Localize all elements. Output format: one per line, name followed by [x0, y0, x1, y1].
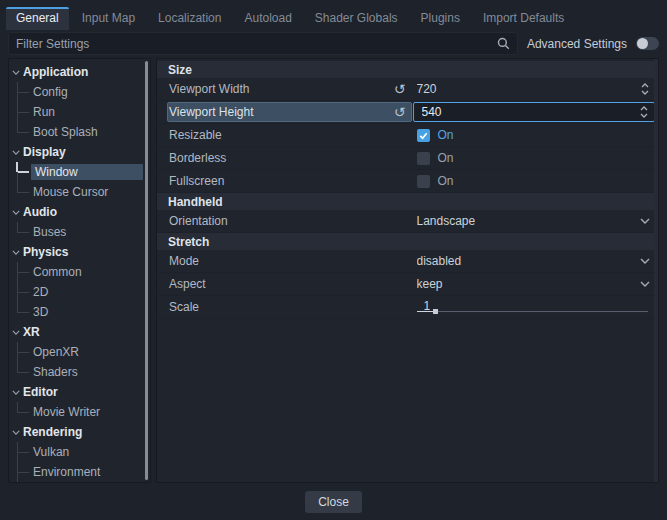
property-label-text: Viewport Width [169, 82, 249, 96]
tab-input-map[interactable]: Input Map [72, 7, 145, 30]
tree-group-display[interactable]: Display [9, 142, 150, 162]
property-label-text: Borderless [169, 151, 226, 165]
project-settings-dialog: GeneralInput MapLocalizationAutoloadShad… [0, 0, 667, 520]
orientation-dropdown[interactable]: Landscape [413, 210, 659, 232]
tree-guide-line [9, 402, 31, 422]
tree-item-buses[interactable]: Buses [9, 222, 150, 242]
tree-group-rendering[interactable]: Rendering [9, 422, 150, 442]
tree-scrollbar[interactable] [145, 61, 148, 480]
advanced-settings-toggle[interactable] [636, 37, 659, 50]
tree-item-movie-writer[interactable]: Movie Writer [9, 402, 150, 422]
slider-grabber[interactable] [433, 309, 438, 314]
tree-item-shaders[interactable]: Shaders [9, 362, 150, 382]
tree-item-label: 2D [31, 285, 48, 299]
tree-guide-line [9, 82, 31, 102]
property-label-orientation: Orientation [157, 210, 413, 232]
tree-item-common[interactable]: Common [9, 262, 150, 282]
property-row-viewport-height: Viewport Height↺540 [157, 101, 658, 124]
property-label-mode: Mode [157, 250, 413, 272]
tree-item-label: Shaders [31, 365, 78, 379]
tree-item-openxr[interactable]: OpenXR [9, 342, 150, 362]
chevron-down-icon [640, 218, 650, 224]
filter-placeholder: Filter Settings [16, 37, 497, 51]
revert-icon[interactable]: ↺ [394, 105, 406, 119]
property-value-resizable: On [413, 124, 659, 146]
tree-guide-line [9, 302, 31, 322]
property-value-borderless: On [413, 147, 659, 169]
property-value-viewport-height: 540 [413, 101, 659, 123]
tree-group-physics[interactable]: Physics [9, 242, 150, 262]
tree-guide-line [9, 282, 31, 302]
chevron-down-icon[interactable] [11, 250, 21, 255]
tree-group-audio[interactable]: Audio [9, 202, 150, 222]
tab-plugins[interactable]: Plugins [411, 7, 470, 30]
close-button[interactable]: Close [305, 491, 362, 513]
resizable-checkbox[interactable] [417, 129, 430, 142]
tree-item-label: OpenXR [31, 345, 79, 359]
tree-item-label: Run [31, 105, 55, 119]
dialog-footer: Close [0, 483, 667, 520]
settings-tab-bar: GeneralInput MapLocalizationAutoloadShad… [0, 0, 667, 30]
viewport-width-value[interactable]: 720 [417, 82, 641, 96]
chevron-down-icon[interactable] [11, 70, 21, 75]
spin-arrows-icon[interactable] [640, 82, 650, 96]
slider-track [417, 311, 649, 312]
tree-item-label: 3D [31, 305, 48, 319]
tree-item-vulkan[interactable]: Vulkan [9, 442, 150, 462]
tree-group-label: Application [23, 65, 88, 79]
tab-autoload[interactable]: Autoload [234, 7, 301, 30]
mode-dropdown[interactable]: disabled [413, 250, 659, 272]
tree-item-config[interactable]: Config [9, 82, 150, 102]
checkbox-state-label: On [438, 128, 454, 142]
scale-slider[interactable]: 1 [417, 296, 651, 318]
tab-import-defaults[interactable]: Import Defaults [473, 7, 574, 30]
settings-tree: ApplicationConfigRunBoot SplashDisplayWi… [9, 62, 150, 482]
viewport-height-spinbox[interactable]: 540 [413, 102, 656, 122]
property-row-aspect: Aspectkeep [157, 273, 658, 296]
property-value-viewport-width: 720 [413, 78, 659, 100]
tree-item-mouse-cursor[interactable]: Mouse Cursor [9, 182, 150, 202]
tree-item-boot-splash[interactable]: Boot Splash [9, 122, 150, 142]
filter-row: Filter Settings Advanced Settings [8, 32, 659, 55]
tree-item-label: Mouse Cursor [31, 185, 108, 199]
property-label-viewport-height: Viewport Height↺ [157, 101, 413, 123]
tree-group-label: XR [23, 325, 40, 339]
property-label-viewport-width: Viewport Width↺ [157, 78, 413, 100]
tree-item-2d[interactable]: 2D [9, 282, 150, 302]
tab-localization[interactable]: Localization [148, 7, 231, 30]
section-header-handheld: Handheld [157, 193, 658, 210]
property-row-mode: Modedisabled [157, 250, 658, 273]
filter-settings-input[interactable]: Filter Settings [8, 32, 518, 55]
spin-arrows-icon[interactable] [639, 105, 649, 119]
property-label-fullscreen: Fullscreen [157, 170, 413, 192]
toggle-knob [637, 38, 648, 49]
tree-item-3d[interactable]: 3D [9, 302, 150, 322]
section-header-stretch: Stretch [157, 233, 658, 250]
property-row-scale: Scale1 [157, 296, 658, 319]
dropdown-value: keep [417, 277, 641, 291]
chevron-down-icon[interactable] [11, 210, 21, 215]
property-label-text: Viewport Height [169, 105, 254, 119]
borderless-checkbox[interactable] [417, 152, 430, 165]
settings-properties-panel: SizeViewport Width↺720Viewport Height↺54… [156, 58, 659, 483]
fullscreen-checkbox[interactable] [417, 175, 430, 188]
tree-group-xr[interactable]: XR [9, 322, 150, 342]
spinbox-value: 540 [422, 105, 640, 119]
tree-group-application[interactable]: Application [9, 62, 150, 82]
tree-group-editor[interactable]: Editor [9, 382, 150, 402]
chevron-down-icon[interactable] [11, 150, 21, 155]
chevron-down-icon [640, 281, 650, 287]
tree-item-window[interactable]: Window [9, 162, 150, 182]
chevron-down-icon[interactable] [11, 390, 21, 395]
tree-guide-line [9, 442, 31, 462]
chevron-down-icon[interactable] [11, 330, 21, 335]
aspect-dropdown[interactable]: keep [413, 273, 659, 295]
tree-item-environment[interactable]: Environment [9, 462, 150, 482]
tab-general[interactable]: General [6, 7, 69, 30]
tab-shader-globals[interactable]: Shader Globals [305, 7, 408, 30]
revert-icon[interactable]: ↺ [394, 82, 406, 96]
properties-scrollbar[interactable] [654, 59, 658, 482]
tree-item-label: Window [31, 164, 143, 180]
tree-item-run[interactable]: Run [9, 102, 150, 122]
chevron-down-icon[interactable] [11, 430, 21, 435]
